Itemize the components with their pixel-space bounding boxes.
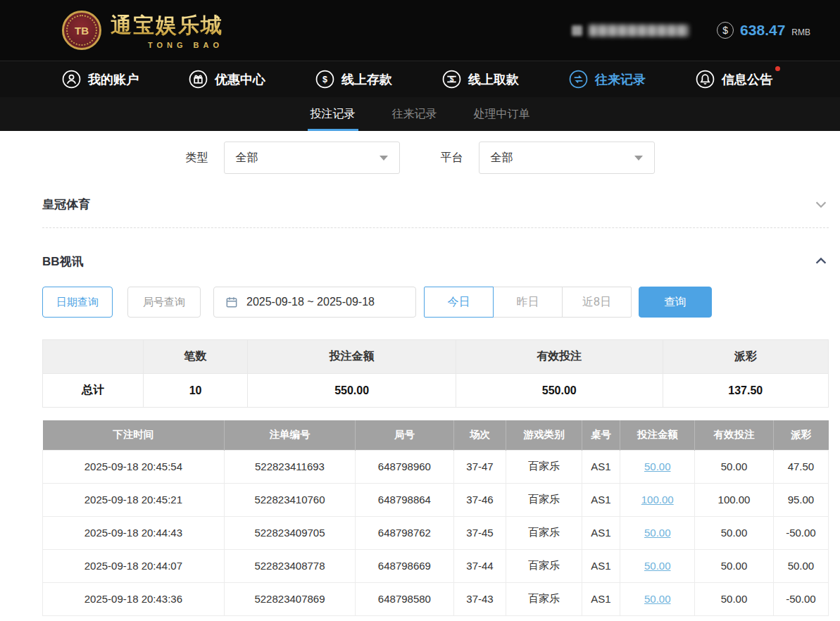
summary-total-count: 10: [143, 374, 247, 408]
query-bar: 日期查询 局号查询 2025-09-18 ~ 2025-09-18 今日 昨日 …: [42, 287, 829, 318]
filter-row: 类型 全部 平台 全部: [0, 142, 840, 174]
chevron-up-icon[interactable]: [813, 253, 829, 269]
cell-game: 百家乐: [506, 549, 582, 582]
cell-payout: 95.00: [773, 483, 828, 516]
cell-time: 2025-09-18 20:44:43: [43, 516, 225, 549]
cell-session: 37-46: [453, 483, 506, 516]
summary-header-bet: 投注金额: [248, 340, 456, 374]
bet-amount-link[interactable]: 50.00: [644, 560, 671, 572]
tab-transaction-records[interactable]: 往来记录: [389, 97, 440, 131]
col-order: 注单编号: [224, 420, 355, 450]
gift-icon: [189, 70, 208, 89]
bet-amount-link[interactable]: 50.00: [644, 527, 671, 539]
nav-item-promotions[interactable]: 优惠中心: [189, 70, 265, 89]
col-session: 场次: [453, 420, 506, 450]
chevron-down-icon: [380, 156, 388, 161]
type-select-value: 全部: [236, 151, 258, 165]
search-button[interactable]: 查询: [639, 287, 712, 318]
bet-amount-link[interactable]: 50.00: [644, 460, 671, 472]
cell-order: 522823410760: [224, 483, 355, 516]
table-row: 2025-09-18 20:44:43 522823409705 6487987…: [43, 516, 829, 549]
chevron-down-icon: [634, 156, 643, 161]
cell-payout: 50.00: [773, 549, 828, 582]
col-time: 下注时间: [43, 420, 225, 450]
cell-order: 522823411693: [224, 450, 355, 483]
cell-order: 522823407869: [224, 582, 355, 615]
calendar-icon: [225, 295, 239, 309]
username-redacted: [589, 25, 689, 37]
bet-amount-link[interactable]: 100.00: [641, 494, 674, 506]
summary-table: 笔数 投注金额 有效投注 派彩 总计 10 550.00 550.00 137.…: [42, 339, 829, 408]
cell-payout: 47.50: [773, 450, 828, 483]
col-game: 游戏类别: [506, 420, 582, 450]
nav-item-announcements[interactable]: 信息公告: [696, 70, 772, 89]
withdraw-icon: $: [442, 70, 461, 89]
bet-amount-link[interactable]: 50.00: [644, 593, 671, 605]
platform-select[interactable]: 全部: [479, 142, 655, 174]
table-row: 2025-09-18 20:45:21 522823410760 6487988…: [43, 483, 829, 516]
section-bb-video[interactable]: BB视讯: [42, 249, 829, 273]
cell-session: 37-45: [453, 516, 506, 549]
cell-time: 2025-09-18 20:43:36: [43, 582, 225, 615]
nav-item-transactions[interactable]: 往来记录: [569, 70, 646, 89]
top-header: TB 通宝娱乐城 TONG BAO $ 638.47 RMB: [0, 0, 840, 61]
cell-table: AS1: [582, 549, 620, 582]
summary-header-count: 笔数: [143, 340, 247, 374]
nav-item-withdraw[interactable]: $ 线上取款: [442, 70, 519, 89]
type-filter-label: 类型: [186, 151, 208, 165]
cell-valid: 50.00: [695, 516, 774, 549]
cell-time: 2025-09-18 20:45:21: [43, 483, 225, 516]
divider: [42, 227, 829, 228]
col-table: 桌号: [582, 420, 620, 450]
date-range-input[interactable]: 2025-09-18 ~ 2025-09-18: [213, 287, 416, 318]
section-title: BB视讯: [42, 253, 84, 270]
cell-game: 百家乐: [506, 450, 582, 483]
cell-table: AS1: [582, 483, 620, 516]
nav-label: 我的账户: [88, 71, 139, 88]
nav-label: 线上取款: [468, 71, 519, 88]
bell-icon: [696, 70, 715, 89]
nav-item-deposit[interactable]: $ 线上存款: [315, 70, 392, 89]
cell-table: AS1: [582, 516, 620, 549]
chevron-down-icon[interactable]: [813, 196, 829, 212]
brand-logo[interactable]: TB 通宝娱乐城 TONG BAO: [62, 11, 223, 50]
user-menu[interactable]: [572, 25, 689, 37]
cell-session: 37-44: [453, 549, 506, 582]
main-nav: 我的账户 优惠中心 $ 线上存款 $ 线上取款: [0, 61, 840, 97]
nav-item-my-account[interactable]: 我的账户: [62, 70, 139, 89]
yesterday-button[interactable]: 昨日: [493, 287, 563, 318]
summary-header-payout: 派彩: [663, 340, 829, 374]
platform-select-value: 全部: [491, 151, 513, 165]
last-8-days-button[interactable]: 近8日: [562, 287, 632, 318]
cell-game: 百家乐: [506, 483, 582, 516]
today-button[interactable]: 今日: [424, 287, 494, 318]
round-query-button[interactable]: 局号查询: [127, 287, 201, 318]
cell-valid: 100.00: [695, 483, 774, 516]
cell-round: 648798669: [356, 549, 454, 582]
cell-payout: -50.00: [773, 582, 828, 615]
svg-text:$: $: [450, 75, 454, 83]
nav-label: 线上存款: [341, 71, 392, 88]
type-select[interactable]: 全部: [224, 142, 400, 174]
cell-payout: -50.00: [773, 516, 828, 549]
summary-total-payout: 137.50: [663, 374, 829, 408]
table-row: 2025-09-18 20:44:07 522823408778 6487986…: [43, 549, 829, 582]
balance-display: $ 638.47 RMB: [717, 22, 810, 39]
transfer-icon: [569, 70, 588, 89]
tab-bet-records[interactable]: 投注记录: [308, 97, 358, 131]
brand-name: 通宝娱乐城: [111, 11, 223, 40]
cell-session: 37-47: [453, 450, 506, 483]
date-query-button[interactable]: 日期查询: [42, 287, 113, 318]
svg-text:$: $: [322, 75, 327, 84]
cell-time: 2025-09-18 20:44:07: [43, 549, 225, 582]
col-valid: 有效投注: [695, 420, 774, 450]
tab-pending-orders[interactable]: 处理中订单: [471, 97, 533, 131]
cell-session: 37-43: [453, 582, 506, 615]
col-round: 局号: [356, 420, 454, 450]
section-crown-sports[interactable]: 皇冠体育: [42, 192, 829, 216]
table-row: 2025-09-18 20:45:54 522823411693 6487989…: [43, 450, 829, 483]
brand-badge-text: TB: [75, 25, 89, 37]
cell-table: AS1: [582, 450, 620, 483]
cell-time: 2025-09-18 20:45:54: [43, 450, 225, 483]
summary-header-row: 笔数 投注金额 有效投注 派彩: [43, 340, 829, 374]
